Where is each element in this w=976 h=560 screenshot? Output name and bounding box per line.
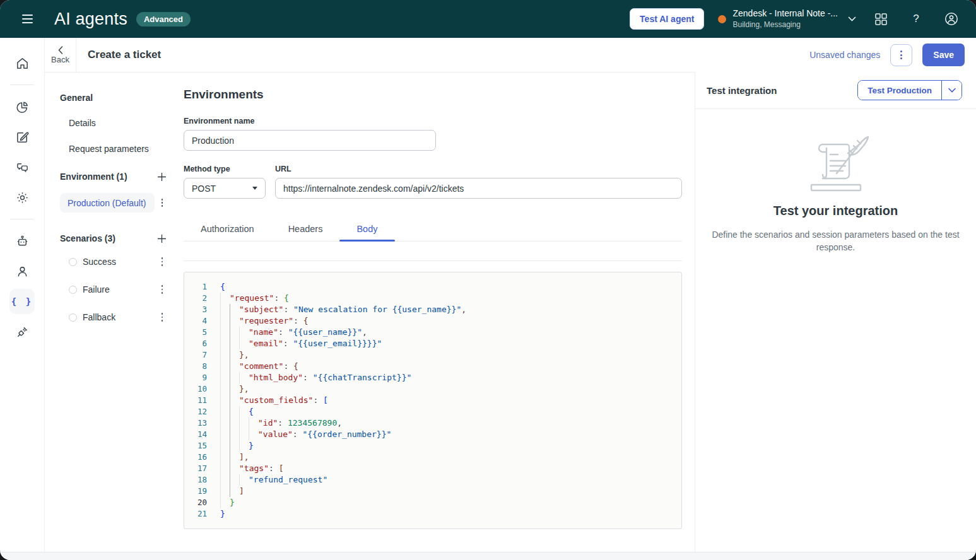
- indent-guide: [230, 417, 239, 429]
- profile-icon[interactable]: [9, 259, 35, 284]
- code-line[interactable]: 3"subject": "New escalation for {{user_n…: [184, 304, 681, 315]
- code-line[interactable]: 5"name": "{{user_name}}",: [184, 327, 681, 338]
- code-line[interactable]: 6"email": "{{user_email}}}}": [184, 338, 681, 349]
- fallback-kebab-button[interactable]: [156, 310, 168, 324]
- bot-icon[interactable]: [9, 228, 35, 254]
- code-line[interactable]: 16],: [184, 452, 681, 463]
- line-number: 17: [184, 463, 207, 474]
- code-line[interactable]: 13"id": 1234567890,: [184, 417, 681, 429]
- save-button[interactable]: Save: [922, 44, 965, 66]
- account-name: Zendesk - Internal Note -...: [732, 8, 838, 18]
- indent-guide: [230, 429, 239, 440]
- nav-item-request-parameters[interactable]: Request parameters: [60, 144, 184, 154]
- scenario-label[interactable]: Failure: [83, 284, 155, 295]
- indent-guide: [230, 338, 239, 349]
- nav-item-production-environment[interactable]: Production (Default): [60, 193, 155, 213]
- indent-guide: [230, 349, 239, 361]
- url-input[interactable]: [275, 178, 682, 199]
- code-line[interactable]: 17"tags": [: [184, 463, 681, 474]
- success-kebab-button[interactable]: [156, 255, 168, 269]
- code-line[interactable]: 18"refund_request": [184, 474, 681, 486]
- test-empty-text: Define the scenarios and session paramet…: [710, 228, 962, 254]
- line-number: 10: [184, 383, 207, 395]
- settings-nav: General Details Request parameters Envir…: [45, 73, 184, 552]
- indent-guide: [230, 406, 239, 417]
- account-switcher[interactable]: Zendesk - Internal Note -... Building, M…: [718, 8, 856, 30]
- code-braces-icon[interactable]: { }: [9, 289, 35, 314]
- code-line[interactable]: 20}: [184, 497, 681, 508]
- failure-radio[interactable]: [69, 286, 77, 294]
- fallback-radio[interactable]: [69, 313, 77, 322]
- tab-headers[interactable]: Headers: [271, 218, 340, 241]
- settings-gear-icon[interactable]: [9, 185, 35, 210]
- indent-guide: [239, 474, 249, 486]
- add-environment-button[interactable]: [155, 170, 168, 184]
- indent-guide: [230, 383, 239, 395]
- line-number: 9: [184, 372, 207, 383]
- environment-form: Environments Environment name Method typ…: [184, 73, 695, 552]
- test-production-dropdown-button[interactable]: [941, 81, 961, 100]
- hamburger-menu-icon[interactable]: [15, 7, 39, 31]
- test-ai-agent-button[interactable]: Test AI agent: [630, 8, 704, 30]
- indent-guide: [239, 440, 249, 452]
- code-line[interactable]: 14"value": "{{order_number}}": [184, 429, 681, 440]
- environment-name-input[interactable]: [184, 130, 436, 151]
- indent-guide: [239, 372, 249, 383]
- status-dot: [718, 15, 726, 23]
- indent-guide: [220, 406, 230, 417]
- app-title: AI agents: [54, 9, 127, 29]
- indent-guide: [230, 304, 239, 315]
- environment-name-label: Environment name: [184, 117, 682, 125]
- code-line[interactable]: 21}: [184, 508, 681, 520]
- indent-guide: [220, 349, 230, 361]
- test-production-split-button: Test Production: [857, 80, 962, 100]
- profile-avatar-icon[interactable]: [941, 8, 962, 30]
- test-production-button[interactable]: Test Production: [858, 81, 941, 100]
- test-integration-title: Test integration: [707, 85, 777, 96]
- apps-grid-icon[interactable]: [870, 8, 891, 30]
- conversations-icon[interactable]: [9, 155, 35, 180]
- home-icon[interactable]: [9, 50, 35, 76]
- quill-document-illustration: [797, 129, 874, 195]
- code-line[interactable]: 7},: [184, 349, 681, 361]
- scenario-label[interactable]: Fallback: [83, 312, 155, 322]
- code-line[interactable]: 2"request": {: [184, 293, 681, 304]
- compose-icon[interactable]: [9, 124, 35, 149]
- tab-body[interactable]: Body: [339, 218, 394, 241]
- method-type-select[interactable]: POST: [184, 178, 266, 199]
- indent-guide: [220, 417, 230, 429]
- environment-kebab-button[interactable]: [156, 196, 168, 210]
- scenario-label[interactable]: Success: [83, 257, 155, 267]
- help-icon[interactable]: ?: [905, 8, 927, 30]
- indent-guide: [220, 463, 230, 474]
- tab-authorization[interactable]: Authorization: [184, 218, 271, 241]
- rail-divider: [10, 219, 34, 219]
- nav-scenarios-label: Scenarios (3): [60, 233, 115, 243]
- indent-guide: [239, 429, 249, 440]
- indent-guide: [220, 497, 230, 508]
- failure-kebab-button[interactable]: [156, 283, 168, 296]
- page-title: Create a ticket: [88, 49, 161, 61]
- back-button[interactable]: Back: [45, 38, 76, 72]
- code-line[interactable]: 19]: [184, 486, 681, 497]
- code-line[interactable]: 1{: [184, 281, 681, 293]
- code-line[interactable]: 4"requester": {: [184, 315, 681, 327]
- more-actions-button[interactable]: [890, 44, 912, 66]
- success-radio[interactable]: [69, 258, 77, 266]
- json-body-editor[interactable]: 1{2"request": {3"subject": "New escalati…: [184, 272, 682, 529]
- code-line[interactable]: 12{: [184, 406, 681, 417]
- scenario-row-failure: Failure: [60, 283, 168, 296]
- analytics-pie-icon[interactable]: [9, 94, 35, 119]
- advanced-badge: Advanced: [136, 12, 191, 26]
- add-scenario-button[interactable]: [155, 231, 168, 245]
- rail-divider: [10, 85, 34, 85]
- code-line[interactable]: 9"html_body": "{{chatTranscript}}": [184, 372, 681, 383]
- code-line[interactable]: 15}: [184, 440, 681, 452]
- code-line[interactable]: 11"custom_fields": [: [184, 395, 681, 406]
- integrations-plug-icon[interactable]: [9, 319, 35, 344]
- code-line[interactable]: 8"comment": {: [184, 361, 681, 372]
- nav-item-details[interactable]: Details: [60, 118, 184, 128]
- chevron-down-icon: [848, 16, 856, 21]
- code-line[interactable]: 10},: [184, 383, 681, 395]
- indent-guide: [220, 429, 230, 440]
